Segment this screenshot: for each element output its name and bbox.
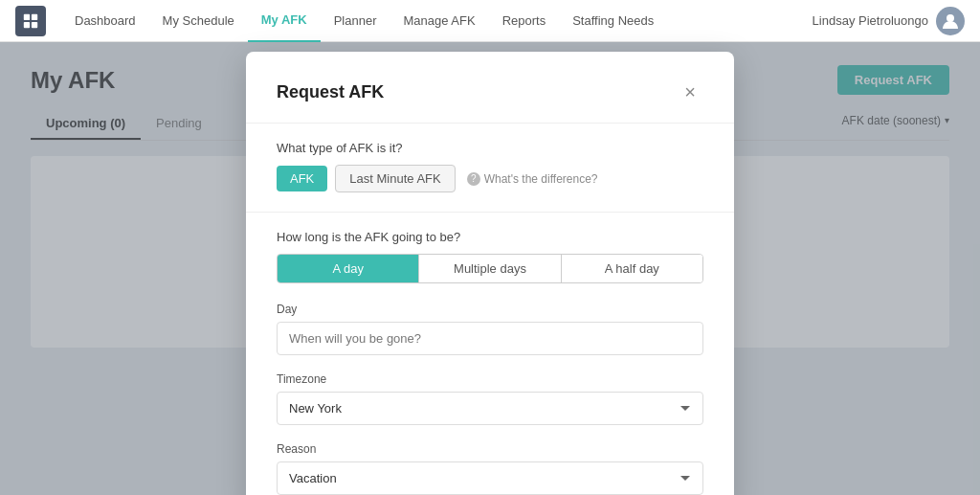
- reason-field: Reason Vacation Sick Personal Other: [277, 442, 703, 495]
- svg-rect-1: [32, 13, 37, 19]
- type-label: What type of AFK is it?: [277, 141, 703, 155]
- last-minute-type-button[interactable]: Last Minute AFK: [335, 165, 455, 192]
- topnav: Dashboard My Schedule My AFK Planner Man…: [0, 0, 980, 42]
- nav-item-staffing-needs[interactable]: Staffing Needs: [559, 0, 667, 42]
- nav-item-manage-afk[interactable]: Manage AFK: [390, 0, 488, 42]
- svg-rect-0: [24, 13, 30, 19]
- afk-type-button[interactable]: AFK: [277, 166, 327, 191]
- day-field: Day: [277, 303, 703, 355]
- svg-rect-2: [24, 21, 30, 27]
- a-day-button[interactable]: A day: [278, 255, 419, 282]
- duration-section: How long is the AFK going to be? A day M…: [277, 230, 703, 283]
- type-section: What type of AFK is it? AFK Last Minute …: [277, 141, 703, 192]
- a-half-day-button[interactable]: A half day: [562, 255, 702, 282]
- timezone-field: Timezone New York Los Angeles Chicago Lo…: [277, 372, 703, 425]
- timezone-label: Timezone: [277, 372, 703, 386]
- modal-title: Request AFK: [277, 82, 384, 102]
- question-icon: ?: [467, 172, 480, 186]
- divider-1: [246, 123, 734, 124]
- nav-items: Dashboard My Schedule My AFK Planner Man…: [61, 0, 813, 42]
- reason-label: Reason: [277, 442, 703, 456]
- svg-rect-3: [32, 21, 37, 27]
- nav-item-planner[interactable]: Planner: [321, 0, 390, 42]
- duration-label: How long is the AFK going to be?: [277, 230, 703, 244]
- modal-header: Request AFK ×: [277, 79, 703, 105]
- nav-item-my-schedule[interactable]: My Schedule: [149, 0, 248, 42]
- avatar-icon: [941, 11, 960, 31]
- nav-item-my-afk[interactable]: My AFK: [248, 0, 321, 42]
- app-logo: [15, 6, 46, 36]
- type-toggle: AFK Last Minute AFK ? What's the differe…: [277, 165, 703, 192]
- modal: Request AFK × What type of AFK is it? AF…: [246, 52, 734, 495]
- user-section: Lindsay Pietroluongo: [813, 7, 965, 35]
- svg-point-4: [947, 14, 954, 22]
- modal-overlay: Request AFK × What type of AFK is it? AF…: [0, 42, 980, 495]
- logo-icon: [22, 12, 39, 30]
- whats-the-difference-link[interactable]: ? What's the difference?: [467, 172, 598, 186]
- day-input[interactable]: [277, 322, 703, 355]
- avatar: [936, 7, 965, 35]
- day-label: Day: [277, 303, 703, 316]
- nav-item-dashboard[interactable]: Dashboard: [61, 0, 149, 42]
- duration-toggle: A day Multiple days A half day: [277, 254, 703, 283]
- close-button[interactable]: ×: [677, 79, 703, 105]
- timezone-select[interactable]: New York Los Angeles Chicago London Pari…: [277, 392, 703, 425]
- multiple-days-button[interactable]: Multiple days: [419, 255, 561, 282]
- username: Lindsay Pietroluongo: [813, 13, 928, 28]
- page-background: My AFK Request AFK Upcoming (0) Pending …: [0, 42, 980, 495]
- reason-select[interactable]: Vacation Sick Personal Other: [277, 461, 703, 495]
- nav-item-reports[interactable]: Reports: [489, 0, 560, 42]
- divider-2: [246, 212, 734, 213]
